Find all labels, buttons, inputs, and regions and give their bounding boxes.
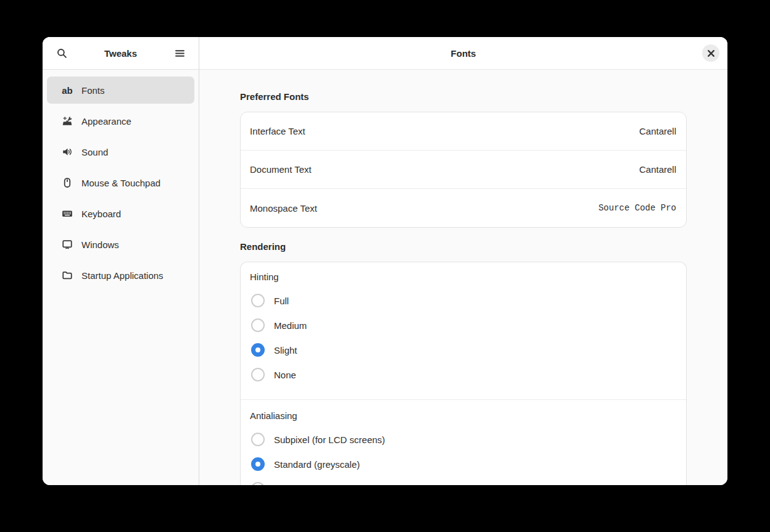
sidebar-item-label: Sound xyxy=(81,147,108,157)
main-pane: Fonts Preferred Fonts Interface Text Can… xyxy=(199,37,727,485)
toolbox-icon xyxy=(62,115,73,127)
keyboard-icon xyxy=(62,208,73,219)
monitor-icon xyxy=(62,239,73,250)
radio-icon xyxy=(251,343,265,357)
hamburger-menu-icon[interactable] xyxy=(172,45,188,61)
antialiasing-group: Antialiasing Subpixel (for LCD screens) … xyxy=(241,399,686,485)
hinting-option-medium[interactable]: Medium xyxy=(241,313,686,338)
sidebar-item-label: Startup Applications xyxy=(81,270,164,281)
antialiasing-label: Antialiasing xyxy=(241,409,686,422)
sidebar-header: Tweaks xyxy=(43,37,199,70)
hinting-label: Hinting xyxy=(241,270,686,283)
mouse-icon xyxy=(62,177,73,188)
app-title: Tweaks xyxy=(104,48,137,59)
sidebar-item-label: Keyboard xyxy=(81,209,121,219)
sidebar-item-label: Windows xyxy=(81,239,119,250)
folder-icon xyxy=(62,270,73,281)
radio-icon xyxy=(251,318,265,332)
radio-icon xyxy=(251,433,265,446)
document-text-row[interactable]: Document Text Cantarell xyxy=(241,151,686,189)
sidebar: Tweaks ab Fonts xyxy=(43,37,199,485)
sidebar-item-label: Appearance xyxy=(81,116,131,127)
rendering-heading: Rendering xyxy=(240,241,687,252)
rendering-card: Hinting Full Medium Slight xyxy=(240,262,687,485)
font-row-label: Monospace Text xyxy=(250,203,317,214)
sidebar-list: ab Fonts App xyxy=(43,70,199,299)
font-row-label: Interface Text xyxy=(250,126,305,136)
sidebar-item-appearance[interactable]: Appearance xyxy=(47,107,194,135)
radio-icon xyxy=(251,294,265,307)
sidebar-item-label: Fonts xyxy=(81,85,105,96)
interface-text-row[interactable]: Interface Text Cantarell xyxy=(241,112,686,151)
sidebar-item-startup-applications[interactable]: Startup Applications xyxy=(47,262,194,289)
antialiasing-option-none[interactable]: None xyxy=(241,476,686,485)
font-row-value: Cantarell xyxy=(639,126,676,136)
main-header: Fonts xyxy=(199,37,727,70)
fonts-content: Preferred Fonts Interface Text Cantarell… xyxy=(199,70,727,485)
preferred-fonts-heading: Preferred Fonts xyxy=(240,91,687,102)
tweaks-window: Tweaks ab Fonts xyxy=(43,37,727,485)
sidebar-item-keyboard[interactable]: Keyboard xyxy=(47,200,194,227)
sidebar-item-sound[interactable]: Sound xyxy=(47,138,194,165)
sidebar-item-windows[interactable]: Windows xyxy=(47,231,194,258)
page-title: Fonts xyxy=(451,48,476,59)
antialiasing-option-subpixel[interactable]: Subpixel (for LCD screens) xyxy=(241,427,686,452)
radio-icon xyxy=(251,482,265,485)
hinting-group: Hinting Full Medium Slight xyxy=(241,262,686,399)
hinting-option-full[interactable]: Full xyxy=(241,288,686,313)
font-row-value: Source Code Pro xyxy=(598,203,676,213)
sidebar-item-label: Mouse & Touchpad xyxy=(81,178,160,188)
font-row-value: Cantarell xyxy=(639,164,676,175)
radio-icon xyxy=(251,368,265,381)
antialiasing-option-standard[interactable]: Standard (greyscale) xyxy=(241,452,686,476)
preferred-fonts-card: Interface Text Cantarell Document Text C… xyxy=(240,112,687,228)
font-row-label: Document Text xyxy=(250,164,312,175)
sidebar-item-mouse-touchpad[interactable]: Mouse & Touchpad xyxy=(47,169,194,196)
radio-icon xyxy=(251,457,265,471)
close-button[interactable] xyxy=(702,44,719,62)
monospace-text-row[interactable]: Monospace Text Source Code Pro xyxy=(241,189,686,227)
hinting-option-none[interactable]: None xyxy=(241,362,686,387)
sidebar-item-fonts[interactable]: ab Fonts xyxy=(47,77,194,104)
search-icon[interactable] xyxy=(54,45,70,61)
hinting-option-slight[interactable]: Slight xyxy=(241,338,686,362)
ab-fonts-icon: ab xyxy=(62,85,73,96)
speaker-icon xyxy=(62,146,73,157)
